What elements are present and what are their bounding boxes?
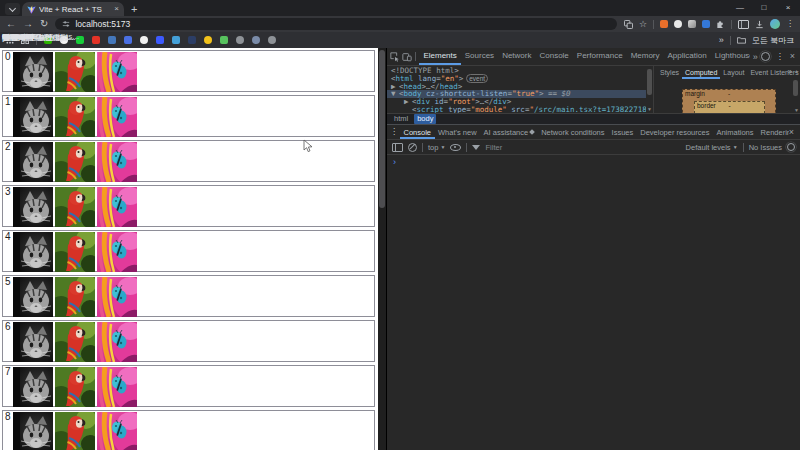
bookmark-item[interactable]: GitHub (140, 36, 148, 44)
scroll-down-icon[interactable]: ▼ (646, 106, 653, 112)
side-panel-icon[interactable] (738, 20, 749, 29)
devtools-tab[interactable]: Memory (627, 48, 664, 65)
address-bar[interactable]: localhost:5173 (55, 18, 617, 30)
bookmark-item[interactable]: 유튜브 (92, 36, 100, 44)
drawer-tab[interactable]: AI assistance (480, 126, 538, 139)
bookmark-item[interactable]: [알고리즘 C언어] 1... (188, 36, 196, 44)
download-icon[interactable] (755, 20, 764, 29)
bookmark-item[interactable]: ChatGPT (236, 36, 244, 44)
devtools-tab[interactable]: Elements (419, 48, 460, 65)
page-scrollbar[interactable] (378, 48, 386, 450)
browser-menu-kebab-icon[interactable]: ⋮ (786, 20, 794, 28)
drawer-tab[interactable]: Network conditions (538, 126, 608, 139)
issues-counter[interactable]: No Issues (749, 143, 782, 152)
dom-tree-line[interactable]: <script type="module" src="/src/main.tsx… (387, 106, 646, 113)
minimize-button[interactable]: — (728, 0, 752, 16)
reload-button[interactable]: ↻ (40, 19, 48, 29)
page-scrollbar-thumb[interactable] (379, 50, 385, 208)
parrot-image (55, 52, 95, 92)
tab-search-button[interactable] (5, 3, 20, 15)
chevron-down-icon (9, 4, 16, 11)
live-expression-eye-icon[interactable] (450, 144, 461, 151)
bookmark-item[interactable]: 코드스쿼드 (156, 36, 164, 44)
devtools-tab[interactable]: Sources (461, 48, 498, 65)
tab-close-icon[interactable]: × (114, 5, 119, 13)
mouse-cursor (303, 139, 314, 153)
chevron-down-icon: ▼ (733, 144, 738, 150)
console-prompt[interactable]: › (387, 155, 800, 167)
scroll-down-icon[interactable]: ▼ (793, 107, 800, 113)
console-sidebar-icon[interactable] (392, 143, 403, 152)
extensions-puzzle-icon[interactable] (716, 20, 725, 29)
bookmark-favicon (204, 36, 212, 44)
devtools-tab[interactable]: Network (498, 48, 535, 65)
console-settings-gear-icon[interactable] (787, 143, 795, 151)
bookmark-item[interactable]: 평생 공부 블로그 :... (204, 36, 212, 44)
drawer-tab[interactable]: Rendering (757, 126, 789, 139)
drawer-tab[interactable]: Animations (713, 126, 757, 139)
bookmark-item[interactable]: 중앙대학교 학습정... (252, 36, 260, 44)
extension-icon-pen[interactable] (688, 20, 696, 28)
all-bookmarks-button[interactable]: 모든 북마크 (752, 35, 794, 46)
bookmarks-overflow-chevron[interactable]: » (719, 35, 724, 45)
bookmark-item[interactable]: Codeforces (108, 36, 116, 44)
profile-avatar[interactable] (770, 19, 780, 29)
context-selector[interactable]: top ▼ (428, 143, 445, 152)
site-info-icon[interactable] (62, 20, 70, 28)
bookmark-item[interactable]: 알고리즘 관련/알... (172, 36, 180, 44)
settings-gear-icon[interactable] (761, 52, 770, 61)
more-tabs-chevron[interactable]: » (750, 49, 761, 65)
border-top-value[interactable]: - (695, 102, 764, 109)
margin-top-value[interactable]: - (683, 90, 775, 97)
sidebar-scrollbar[interactable]: ▲ ▼ (793, 68, 799, 113)
sidebar-tab[interactable]: Layout (720, 67, 747, 79)
parrot-image (55, 97, 95, 137)
drawer-tab[interactable]: Console (400, 126, 435, 139)
close-drawer-icon[interactable]: × (789, 128, 797, 137)
device-toolbar-icon[interactable] (401, 51, 413, 63)
inspect-element-icon[interactable] (389, 51, 401, 63)
forward-button[interactable]: → (23, 19, 33, 29)
filter-input[interactable]: Filter (485, 143, 502, 152)
url-text[interactable]: localhost:5173 (75, 19, 130, 29)
devtools-tab[interactable]: Console (535, 48, 572, 65)
extension-icon-round[interactable] (674, 20, 682, 28)
bookmark-item[interactable]: beeyaIDk0 (Hyeons... (220, 36, 228, 44)
drawer-tab[interactable]: Issues (608, 126, 637, 139)
dom-tree-scrollbar[interactable]: ▼ (646, 66, 653, 113)
sidebar-tab[interactable]: Styles (657, 67, 682, 79)
sidebar-more-chevron[interactable]: » (788, 67, 792, 76)
drawer-tab[interactable]: What's new (435, 126, 481, 139)
drawer-tab-label: Animations (716, 126, 753, 139)
dom-scrollbar-thumb[interactable] (647, 69, 652, 95)
maximize-button[interactable]: □ (752, 0, 776, 16)
bookmark-item[interactable]: ChatGPT (268, 36, 276, 44)
close-devtools-icon[interactable]: × (790, 52, 795, 61)
prompt-chevron-icon: › (393, 157, 396, 167)
extension-icon-orange[interactable] (660, 20, 668, 28)
devtools-tab[interactable]: Application (664, 48, 711, 65)
breadcrumb-item[interactable]: html (391, 114, 411, 124)
default-levels-dropdown[interactable]: Default levels ▼ (686, 143, 738, 152)
extension-icon-blue[interactable] (702, 20, 710, 28)
devtools-tab[interactable]: Performance (573, 48, 627, 65)
drawer-menu-kebab-icon[interactable]: ⋮ (390, 128, 398, 136)
new-tab-button[interactable]: + (131, 2, 137, 16)
drawer-tab-label: AI assistance (484, 126, 529, 139)
clear-console-icon[interactable] (408, 143, 417, 152)
close-window-button[interactable]: × (776, 0, 800, 16)
devtools-tab-bar-right: ⋮ × (761, 52, 798, 61)
devtools-tab[interactable]: Lighthouse (711, 48, 750, 65)
drawer-tab[interactable]: Developer resources (637, 126, 713, 139)
row-index-label: 7 (3, 366, 13, 377)
bookmark-item[interactable]: 새 탭 (124, 36, 132, 44)
devtools-menu-kebab-icon[interactable]: ⋮ (776, 53, 784, 61)
scroll-up-icon[interactable]: ▲ (793, 68, 800, 74)
browser-tab[interactable]: Vite + React + TS × (22, 2, 124, 16)
translate-icon[interactable] (624, 20, 633, 29)
bookmark-star-icon[interactable]: ☆ (639, 19, 647, 29)
sidebar-scrollbar-thumb[interactable] (793, 80, 798, 96)
sidebar-tab[interactable]: Computed (682, 67, 720, 79)
back-button[interactable]: ← (6, 19, 16, 29)
breadcrumb-item[interactable]: body (414, 114, 436, 124)
